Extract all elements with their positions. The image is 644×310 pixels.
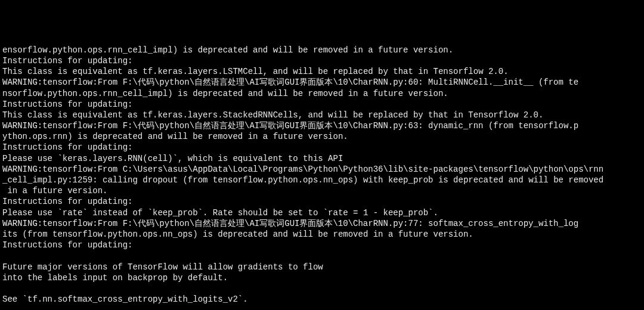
terminal-line: [2, 283, 642, 294]
terminal-line: into the labels input on backprop by def…: [2, 272, 642, 283]
terminal-line: ython.ops.rnn) is deprecated and will be…: [2, 131, 642, 142]
terminal-line: Instructions for updating:: [2, 99, 642, 110]
terminal-line: This class is equivalent as tf.keras.lay…: [2, 110, 642, 120]
terminal-line: Please use `rate` instead of `keep_prob`…: [2, 207, 642, 218]
terminal-output: ensorflow.python.ops.rnn_cell_impl) is d…: [2, 45, 642, 310]
terminal-line: in a future version.: [2, 185, 642, 196]
terminal-line: This class is equivalent as tf.keras.lay…: [2, 66, 642, 77]
terminal-line: _cell_impl.py:1259: calling dropout (fro…: [2, 175, 642, 185]
terminal-line: WARNING:tensorflow:From F:\代码\python\自然语…: [2, 77, 642, 88]
terminal-line: Instructions for updating:: [2, 240, 642, 250]
terminal-line: [2, 250, 642, 261]
terminal-line: WARNING:tensorflow:From C:\Users\asus\Ap…: [2, 164, 642, 175]
terminal-line: [2, 305, 642, 310]
terminal-line: Instructions for updating:: [2, 55, 642, 66]
terminal-line: WARNING:tensorflow:From F:\代码\python\自然语…: [2, 218, 642, 229]
terminal-line: WARNING:tensorflow:From F:\代码\python\自然语…: [2, 120, 642, 131]
terminal-line: ensorflow.python.ops.rnn_cell_impl) is d…: [2, 45, 642, 55]
terminal-line: Future major versions of TensorFlow will…: [2, 262, 642, 272]
terminal-line: nsorflow.python.ops.rnn_cell_impl) is de…: [2, 88, 642, 99]
terminal-line: Instructions for updating:: [2, 142, 642, 153]
terminal-line: See `tf.nn.softmax_cross_entropy_with_lo…: [2, 294, 642, 305]
terminal-line: Please use `keras.layers.RNN(cell)`, whi…: [2, 153, 642, 164]
terminal-line: its (from tensorflow.python.ops.nn_ops) …: [2, 229, 642, 240]
terminal-line: Instructions for updating:: [2, 196, 642, 207]
